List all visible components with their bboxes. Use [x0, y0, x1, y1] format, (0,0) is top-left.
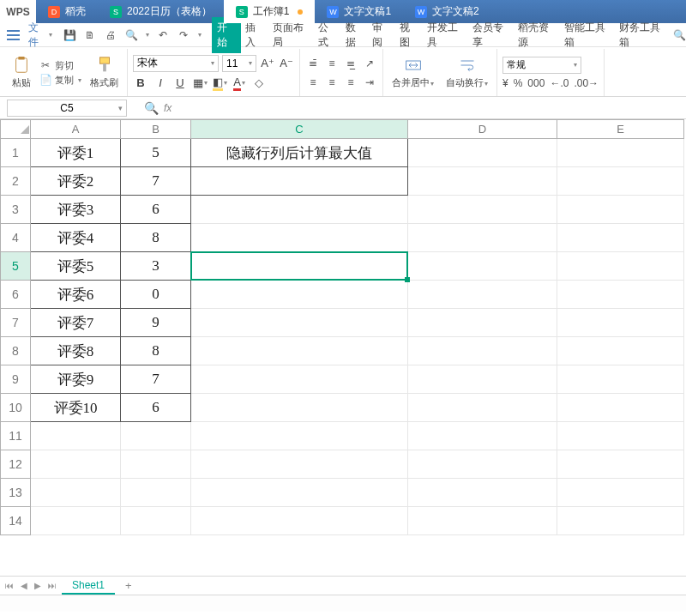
align-right-icon[interactable]: ≡ [343, 75, 358, 90]
merge-center-button[interactable]: 合并居中▾ [388, 54, 437, 91]
print-icon[interactable]: 🖨 [104, 28, 117, 42]
cell-D13[interactable] [408, 479, 557, 507]
cell-D8[interactable] [408, 337, 557, 365]
row-header-9[interactable]: 9 [1, 365, 31, 394]
row-header-7[interactable]: 7 [1, 309, 31, 337]
thousands-button[interactable]: 000 [527, 77, 545, 89]
cell-E11[interactable] [557, 422, 684, 450]
cell-E4[interactable] [557, 224, 684, 252]
row-header-14[interactable]: 14 [1, 507, 31, 535]
cell-B1[interactable]: 5 [121, 139, 191, 167]
cell-A1[interactable]: 评委1 [31, 139, 121, 167]
window-tab-0[interactable]: D稻壳 [36, 0, 98, 23]
row-header-13[interactable]: 13 [1, 479, 31, 507]
font-size-select[interactable]: 11▾ [222, 55, 256, 72]
select-all-corner[interactable] [1, 120, 31, 139]
cell-C1[interactable]: 隐藏行列后计算最大值 [191, 139, 408, 167]
cell-B4[interactable]: 8 [121, 224, 191, 252]
sheet-nav-first-icon[interactable]: ⏮ [3, 581, 15, 590]
sheet-nav-next-icon[interactable]: ▶ [33, 581, 43, 590]
cell-B11[interactable] [121, 422, 191, 450]
fill-color-button[interactable]: ◧▾ [212, 75, 227, 91]
sheet-nav-prev-icon[interactable]: ◀ [19, 581, 29, 590]
align-center-icon[interactable]: ≡ [324, 75, 340, 90]
cell-B10[interactable]: 6 [121, 394, 191, 422]
col-header-B[interactable]: B [121, 120, 191, 139]
cell-A10[interactable]: 评委10 [31, 394, 121, 422]
window-tab-2[interactable]: S工作簿1 [224, 0, 316, 23]
cell-B8[interactable]: 8 [121, 337, 191, 365]
cell-C7[interactable] [191, 309, 408, 337]
save-as-icon[interactable]: 🗎 [83, 28, 97, 42]
window-tab-1[interactable]: S2022日历（表格） [98, 0, 224, 23]
cell-A9[interactable]: 评委9 [31, 365, 121, 394]
cut-button[interactable]: ✂剪切 [39, 59, 81, 72]
cell-C14[interactable] [191, 507, 408, 535]
cell-E12[interactable] [557, 450, 684, 479]
cell-C8[interactable] [191, 337, 408, 365]
cell-B13[interactable] [121, 479, 191, 507]
cell-D5[interactable] [408, 252, 557, 281]
number-format-select[interactable]: 常规▾ [502, 57, 581, 74]
cell-A8[interactable]: 评委8 [31, 337, 121, 365]
col-header-E[interactable]: E [557, 120, 684, 139]
cell-A4[interactable]: 评委4 [31, 224, 121, 252]
cell-E10[interactable] [557, 394, 684, 422]
format-painter-button[interactable]: 格式刷 [87, 54, 122, 91]
file-menu[interactable]: 文件▾ [25, 19, 57, 51]
cell-D4[interactable] [408, 224, 557, 252]
cell-D1[interactable] [408, 139, 557, 167]
cell-E14[interactable] [557, 507, 684, 535]
currency-button[interactable]: ¥ [502, 77, 508, 89]
indent-icon[interactable]: ⇥ [362, 75, 377, 90]
cell-B2[interactable]: 7 [121, 167, 191, 196]
cell-C3[interactable] [191, 196, 408, 224]
cell-B14[interactable] [121, 507, 191, 535]
cell-C10[interactable] [191, 394, 408, 422]
wrap-text-button[interactable]: 自动换行▾ [442, 54, 491, 91]
decrease-font-icon[interactable]: A⁻ [279, 56, 294, 71]
cell-A12[interactable] [31, 450, 121, 479]
cell-C4[interactable] [191, 224, 408, 252]
cell-A5[interactable]: 评委5 [31, 252, 121, 281]
cell-A13[interactable] [31, 479, 121, 507]
cell-C6[interactable] [191, 281, 408, 309]
cell-A2[interactable]: 评委2 [31, 167, 121, 196]
col-header-D[interactable]: D [408, 120, 557, 139]
row-header-6[interactable]: 6 [1, 281, 31, 309]
cell-E3[interactable] [557, 196, 684, 224]
align-top-icon[interactable]: ≡̄ [305, 56, 321, 71]
cell-C9[interactable] [191, 365, 408, 394]
cell-D6[interactable] [408, 281, 557, 309]
row-header-11[interactable]: 11 [1, 422, 31, 450]
cell-B9[interactable]: 7 [121, 365, 191, 394]
print-preview-icon[interactable]: 🔍 [124, 28, 138, 42]
search-icon[interactable]: 🔍 [673, 29, 686, 41]
cell-B6[interactable]: 0 [121, 281, 191, 309]
align-left-icon[interactable]: ≡ [305, 75, 321, 90]
cell-D7[interactable] [408, 309, 557, 337]
cell-B7[interactable]: 9 [121, 309, 191, 337]
ribbon-tab-稻壳资源[interactable]: 稻壳资源 [514, 17, 559, 53]
align-middle-icon[interactable]: ≡ [324, 56, 340, 71]
cell-B5[interactable]: 3 [121, 252, 191, 281]
percent-button[interactable]: % [514, 77, 523, 89]
cell-E1[interactable] [557, 139, 684, 167]
increase-font-icon[interactable]: A⁺ [260, 56, 275, 71]
row-header-3[interactable]: 3 [1, 196, 31, 224]
cell-C2[interactable] [191, 167, 408, 196]
window-tab-4[interactable]: W文字文稿2 [403, 0, 491, 23]
redo-dropdown-icon[interactable]: ▾ [198, 31, 202, 39]
name-box[interactable]: C5 ▾ [7, 100, 127, 117]
cell-D12[interactable] [408, 450, 557, 479]
align-bottom-icon[interactable]: ≡̲ [343, 56, 358, 71]
row-header-1[interactable]: 1 [1, 139, 31, 167]
cell-A11[interactable] [31, 422, 121, 450]
window-tab-3[interactable]: W文字文稿1 [315, 0, 403, 23]
cell-E6[interactable] [557, 281, 684, 309]
fx-label[interactable]: fx [164, 102, 172, 114]
hamburger-icon[interactable] [7, 30, 20, 40]
underline-button[interactable]: U [172, 75, 188, 91]
redo-icon[interactable]: ↷ [177, 28, 190, 42]
sheet-tab-active[interactable]: Sheet1 [62, 577, 115, 595]
